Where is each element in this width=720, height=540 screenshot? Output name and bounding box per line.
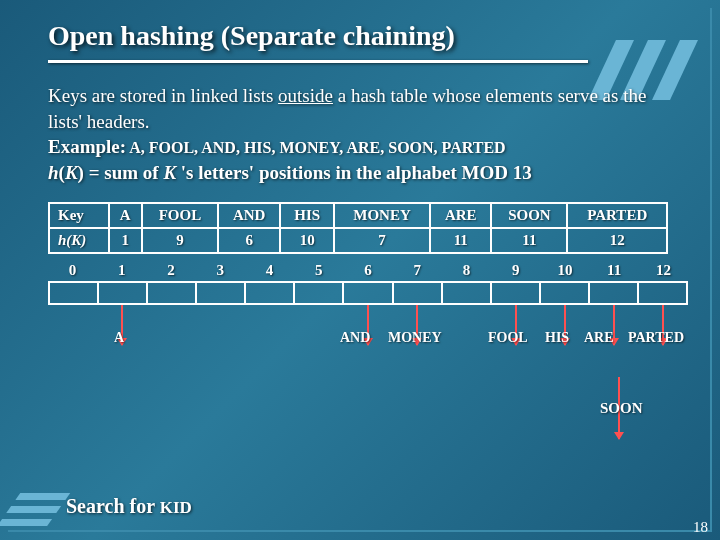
chain-item: AND xyxy=(340,330,370,346)
chain-item: A xyxy=(114,330,124,346)
bucket-idx: 7 xyxy=(393,262,442,279)
body-text-block: Keys are stored in linked lists outside … xyxy=(48,83,680,186)
td-key: ARE xyxy=(430,203,491,228)
bucket-index-labels: 0 1 2 3 4 5 6 7 8 9 10 11 12 xyxy=(48,262,688,279)
td-key: AND xyxy=(218,203,281,228)
chain-item: ARE xyxy=(584,330,614,346)
example-words: A, FOOL, AND, HIS, MONEY, ARE, SOON, PAR… xyxy=(126,139,506,156)
bucket-idx: 2 xyxy=(146,262,195,279)
body-outside-word: outside xyxy=(278,85,333,106)
chain-item: PARTED xyxy=(628,330,684,346)
chain-item: MONEY xyxy=(388,330,442,346)
bucket-cells xyxy=(48,281,688,305)
bucket-idx: 0 xyxy=(48,262,97,279)
bucket-idx: 9 xyxy=(491,262,540,279)
hash-fn-h: h xyxy=(48,162,59,183)
td-hash: 12 xyxy=(567,228,667,253)
td-hash: 1 xyxy=(109,228,142,253)
bucket-idx: 4 xyxy=(245,262,294,279)
td-hash: 6 xyxy=(218,228,281,253)
slide-title: Open hashing (Separate chaining) xyxy=(48,20,680,52)
td-key: SOON xyxy=(491,203,567,228)
slide-container: Open hashing (Separate chaining) Keys ar… xyxy=(8,8,712,532)
td-key: PARTED xyxy=(567,203,667,228)
td-key: MONEY xyxy=(334,203,430,228)
td-hash: 9 xyxy=(142,228,218,253)
td-hash: 7 xyxy=(334,228,430,253)
bucket-idx: 10 xyxy=(540,262,589,279)
page-number: 18 xyxy=(693,519,708,536)
td-hash: 10 xyxy=(280,228,334,253)
search-for-text: Search for KID xyxy=(66,495,192,518)
bucket-idx: 12 xyxy=(639,262,688,279)
bucket-diagram: 0 1 2 3 4 5 6 7 8 9 10 11 12 xyxy=(48,262,688,392)
example-label: Example: xyxy=(48,136,126,157)
bucket-idx: 8 xyxy=(442,262,491,279)
td-hash: 11 xyxy=(430,228,491,253)
td-key: FOOL xyxy=(142,203,218,228)
hash-fn-eq: ) = sum of xyxy=(78,162,164,183)
chain-item: HIS xyxy=(545,330,569,346)
hash-fn-k1: K xyxy=(65,162,78,183)
table-row-hashes: h(K) 1 9 6 10 7 11 11 12 xyxy=(49,228,667,253)
th-key: Key xyxy=(49,203,109,228)
td-hash: 11 xyxy=(491,228,567,253)
hash-fn-k2: K xyxy=(163,162,176,183)
bucket-idx: 1 xyxy=(97,262,146,279)
hash-data-table: Key A FOOL AND HIS MONEY ARE SOON PARTED… xyxy=(48,202,668,254)
title-underline xyxy=(48,60,588,63)
td-key: HIS xyxy=(280,203,334,228)
th-hk: h(K) xyxy=(49,228,109,253)
bucket-idx: 3 xyxy=(196,262,245,279)
td-key: A xyxy=(109,203,142,228)
bucket-idx: 11 xyxy=(590,262,639,279)
body-line1a: Keys are stored in linked lists xyxy=(48,85,278,106)
chain-item-soon: SOON xyxy=(600,400,660,417)
hash-fn-rest: 's letters' positions in the alphabet MO… xyxy=(176,162,532,183)
search-key: KID xyxy=(160,498,192,517)
bucket-idx: 6 xyxy=(343,262,392,279)
chain-item: FOOL xyxy=(488,330,528,346)
bucket-idx: 5 xyxy=(294,262,343,279)
table-row-keys: Key A FOOL AND HIS MONEY ARE SOON PARTED xyxy=(49,203,667,228)
